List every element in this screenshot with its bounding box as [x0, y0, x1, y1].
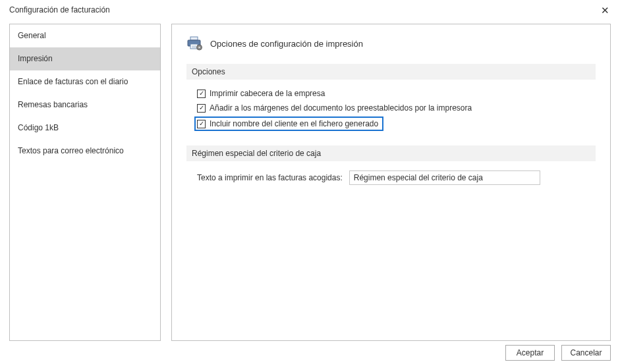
- texto-facturas-input[interactable]: [349, 170, 540, 185]
- close-icon[interactable]: ✕: [596, 4, 615, 16]
- sidebar-item-label: Código 1kB: [18, 123, 59, 132]
- option-anadir-margenes[interactable]: ✓ Añadir a los márgenes del documento lo…: [197, 103, 596, 113]
- sidebar-item-label: Impresión: [18, 54, 53, 63]
- checkbox-icon: ✓: [197, 120, 206, 128]
- printer-gear-icon: [186, 36, 202, 51]
- checkbox-icon: ✓: [197, 104, 206, 113]
- panel-header: Opciones de configuración de impresión: [186, 36, 596, 51]
- option-label: Imprimir cabecera de la empresa: [210, 89, 325, 98]
- sidebar-item-label: General: [18, 31, 46, 40]
- panel-title: Opciones de configuración de impresión: [210, 39, 363, 49]
- option-incluir-nombre-cliente[interactable]: ✓ Incluir nombre del cliente en el fiche…: [196, 118, 382, 130]
- cancel-button[interactable]: Cancelar: [561, 345, 611, 361]
- button-bar: Aceptar Cancelar: [0, 341, 620, 361]
- checkbox-icon: ✓: [197, 90, 206, 98]
- option-label: Añadir a los márgenes del documento los …: [210, 103, 472, 113]
- field-label: Texto a imprimir en las facturas acogida…: [197, 173, 343, 182]
- sidebar-item-label: Remesas bancarias: [18, 100, 88, 109]
- svg-point-6: [198, 47, 200, 49]
- sidebar-item-codigo-1kb[interactable]: Código 1kB: [10, 117, 160, 140]
- field-row-texto-imprimir: Texto a imprimir en las facturas acogida…: [186, 170, 596, 185]
- sidebar-item-label: Enlace de facturas con el diario: [18, 77, 128, 86]
- sidebar-item-label: Textos para correo electrónico: [18, 146, 124, 155]
- sidebar-item-general[interactable]: General: [10, 24, 160, 47]
- option-label: Incluir nombre del cliente en el fichero…: [210, 119, 378, 128]
- section-header-opciones: Opciones: [186, 64, 596, 80]
- dialog-body: General Impresión Enlace de facturas con…: [0, 18, 620, 341]
- svg-rect-0: [190, 37, 198, 40]
- titlebar: Configuración de facturación ✕: [0, 0, 620, 18]
- sidebar: General Impresión Enlace de facturas con…: [9, 24, 161, 341]
- option-imprimir-cabecera[interactable]: ✓ Imprimir cabecera de la empresa: [197, 89, 596, 98]
- sidebar-item-enlace-facturas[interactable]: Enlace de facturas con el diario: [10, 70, 160, 93]
- options-block: ✓ Imprimir cabecera de la empresa ✓ Añad…: [186, 89, 596, 145]
- sidebar-item-impresion[interactable]: Impresión: [10, 47, 160, 70]
- sidebar-item-remesas[interactable]: Remesas bancarias: [10, 93, 160, 117]
- sidebar-item-textos-correo[interactable]: Textos para correo electrónico: [10, 140, 160, 163]
- section-header-regimen: Régimen especial del criterio de caja: [186, 145, 596, 161]
- window-title: Configuración de facturación: [9, 5, 110, 14]
- main-panel: Opciones de configuración de impresión O…: [171, 24, 611, 341]
- accept-button[interactable]: Aceptar: [505, 345, 555, 361]
